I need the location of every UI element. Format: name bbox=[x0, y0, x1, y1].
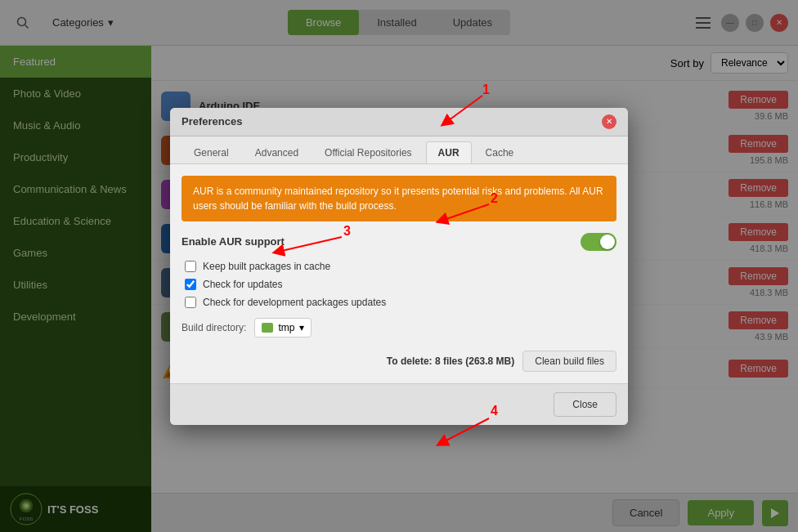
aur-toggle[interactable] bbox=[581, 233, 616, 251]
modal-overlay: Preferences ✕ General Advanced Official … bbox=[0, 0, 798, 532]
modal-tabs: General Advanced Official Repositories A… bbox=[170, 136, 628, 164]
build-dir-chevron: ▾ bbox=[299, 322, 304, 333]
tab-aur[interactable]: AUR bbox=[426, 141, 472, 163]
modal-titlebar: Preferences ✕ bbox=[170, 108, 628, 136]
app-window: Categories ▾ Browse Installed Updates — … bbox=[0, 0, 798, 532]
toggle-knob bbox=[600, 235, 615, 249]
tab-cache[interactable]: Cache bbox=[473, 141, 527, 163]
modal-footer: Close bbox=[170, 383, 628, 425]
enable-aur-label: Enable AUR support bbox=[182, 235, 285, 248]
clean-build-files-button[interactable]: Clean build files bbox=[522, 351, 616, 372]
tab-official-repos[interactable]: Official Repositories bbox=[312, 141, 424, 163]
tab-advanced[interactable]: Advanced bbox=[243, 141, 311, 163]
build-dir-row: Build directory: tmp ▾ bbox=[182, 318, 616, 338]
enable-aur-row: Enable AUR support bbox=[182, 233, 616, 251]
build-dir-select[interactable]: tmp ▾ bbox=[254, 318, 312, 338]
keep-cache-checkbox[interactable] bbox=[185, 261, 196, 272]
check-updates-checkbox[interactable] bbox=[185, 279, 196, 290]
dev-updates-checkbox[interactable] bbox=[185, 297, 196, 308]
modal-close-footer-button[interactable]: Close bbox=[554, 392, 616, 417]
to-delete-row: To delete: 8 files (263.8 MB) Clean buil… bbox=[182, 351, 616, 372]
to-delete-text: To delete: 8 files (263.8 MB) bbox=[387, 355, 515, 367]
svg-text:1: 1 bbox=[482, 83, 490, 96]
checkbox-check-updates: Check for updates bbox=[182, 279, 616, 290]
check-updates-label[interactable]: Check for updates bbox=[203, 279, 282, 290]
preferences-modal: Preferences ✕ General Advanced Official … bbox=[170, 108, 628, 425]
modal-title: Preferences bbox=[182, 115, 242, 127]
tab-general[interactable]: General bbox=[182, 141, 241, 163]
modal-close-icon-button[interactable]: ✕ bbox=[602, 114, 616, 129]
modal-body: AUR is a community maintained repository… bbox=[170, 164, 628, 383]
checkbox-keep-cache: Keep built packages in cache bbox=[182, 261, 616, 272]
checkbox-dev-updates: Check for development packages updates bbox=[182, 297, 616, 308]
build-dir-value: tmp bbox=[278, 322, 294, 333]
keep-cache-label[interactable]: Keep built packages in cache bbox=[203, 261, 330, 272]
build-dir-label: Build directory: bbox=[182, 322, 246, 333]
folder-icon bbox=[262, 323, 273, 333]
dev-updates-label[interactable]: Check for development packages updates bbox=[203, 297, 386, 308]
aur-warning: AUR is a community maintained repository… bbox=[182, 176, 616, 221]
